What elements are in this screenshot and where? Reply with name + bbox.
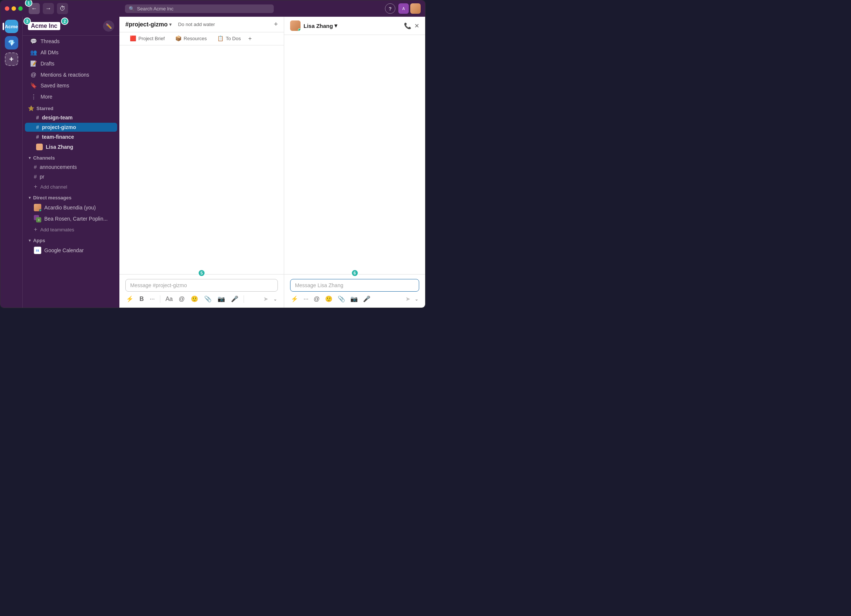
bold-button[interactable]: B: [139, 295, 145, 303]
minimize-button[interactable]: [12, 6, 16, 11]
hash-icon-5: #: [34, 174, 37, 180]
call-button[interactable]: 📞: [404, 22, 411, 29]
channel-description: Do not add water: [178, 22, 215, 27]
sidebar: 3 Acme Inc 2 ✏️ 💬 Threads 👥 All DMs 📝 Dr…: [23, 17, 119, 308]
workspace-icons: Acme 💎 +: [0, 17, 23, 308]
acardio-avatar: [34, 204, 41, 211]
apps-section-header[interactable]: ▼ Apps: [23, 235, 119, 245]
channel-announcements[interactable]: # announcements: [25, 162, 117, 171]
lisa-presence-dot: [298, 28, 301, 31]
add-tab-button[interactable]: +: [274, 21, 278, 28]
lisa-zhang-name: Lisa Zhang: [304, 23, 333, 29]
video-button[interactable]: 📷: [217, 294, 226, 303]
channel-name: design-team: [42, 114, 72, 120]
starred-section-header: ⭐ Starred: [23, 102, 119, 113]
sidebar-item-drafts[interactable]: 📝 Drafts: [25, 59, 117, 69]
channel-header: #project-gizmo ▾ Do not add water +: [119, 17, 284, 32]
help-button[interactable]: ?: [385, 3, 395, 14]
history-button[interactable]: ⏱: [57, 3, 68, 14]
lightning-button[interactable]: ⚡: [125, 294, 134, 303]
add-tab-plus-button[interactable]: +: [248, 35, 251, 42]
dm-video-button[interactable]: 📷: [350, 294, 359, 303]
sidebar-item-saved[interactable]: 🔖 Saved items: [25, 80, 117, 91]
add-channel-label: Add channel: [40, 184, 67, 190]
channel-title[interactable]: #project-gizmo ▾: [125, 21, 171, 28]
tab-project-brief[interactable]: 🟥 Project Brief: [125, 32, 169, 45]
forward-button[interactable]: →: [43, 3, 54, 14]
channels-collapse-btn[interactable]: ▼: [28, 156, 32, 160]
expand-button[interactable]: ⌄: [273, 296, 278, 302]
close-button[interactable]: [5, 6, 9, 11]
saved-icon: 🔖: [30, 82, 37, 89]
dm-lightning-button[interactable]: ⚡: [290, 294, 299, 303]
mention-button[interactable]: @: [178, 295, 185, 303]
step5-badge: 5: [198, 269, 205, 277]
search-bar[interactable]: 🔍 Search Acme Inc: [125, 5, 274, 13]
add-workspace-button[interactable]: +: [5, 53, 18, 66]
sidebar-item-mentions[interactable]: @ Mentions & reactions: [25, 69, 117, 80]
todos-icon: 📋: [217, 35, 224, 41]
compose-button[interactable]: ✏️: [103, 21, 114, 32]
maximize-button[interactable]: [18, 6, 23, 11]
dm-message-input[interactable]: Message Lisa Zhang: [290, 279, 419, 291]
dm-bea-carter[interactable]: 3 Bea Rosen, Carter Poplin...: [25, 213, 117, 224]
starred-design-team[interactable]: # design-team: [25, 113, 117, 122]
workspace-name[interactable]: Acme Inc: [28, 22, 60, 30]
user-avatar-2[interactable]: [410, 3, 421, 14]
dm-expand-button[interactable]: ⌄: [414, 296, 419, 302]
sidebar-item-more[interactable]: ⋮ More: [25, 92, 117, 102]
dm-emoji-button[interactable]: 🙂: [324, 294, 333, 303]
search-placeholder: Search Acme Inc: [137, 6, 173, 12]
google-calendar-label: Google Calendar: [44, 247, 84, 253]
mic-button[interactable]: 🎤: [230, 294, 239, 303]
tab-resources-label: Resources: [184, 36, 207, 41]
carter-avatar: 3: [36, 217, 41, 222]
starred-lisa-zhang[interactable]: Lisa Zhang: [25, 142, 117, 152]
workspace-acme[interactable]: Acme: [5, 20, 18, 33]
channel-message-input-area: 5 Message #project-gizmo ⚡ B ··· Aa @ 🙂 …: [119, 274, 284, 308]
dm-message-area: [284, 35, 425, 274]
channel-message-input[interactable]: Message #project-gizmo: [125, 279, 278, 291]
tab-resources[interactable]: 📦 Resources: [171, 32, 211, 45]
threads-label: Threads: [41, 38, 60, 44]
send-button[interactable]: ➤: [263, 295, 268, 302]
sidebar-header: 3 Acme Inc 2 ✏️: [23, 17, 119, 36]
dm-mention-button[interactable]: @: [313, 295, 320, 303]
star-icon: ⭐: [28, 105, 34, 111]
mentions-label: Mentions & reactions: [41, 72, 89, 78]
sidebar-item-all-dms[interactable]: 👥 All DMs: [25, 47, 117, 58]
apps-collapse-btn[interactable]: ▼: [28, 239, 32, 242]
drafts-icon: 📝: [30, 60, 37, 67]
app-google-calendar[interactable]: 31 Google Calendar: [25, 245, 117, 255]
starred-project-gizmo[interactable]: 4 # project-gizmo: [25, 123, 117, 132]
dm-header-actions: 📞 ✕: [404, 22, 419, 29]
dms-section-header[interactable]: ▼ Direct messages: [23, 192, 119, 202]
dm-user-name[interactable]: Lisa Zhang ▾: [304, 22, 337, 29]
hash-icon-2: #: [36, 124, 39, 130]
channel-dropdown-icon[interactable]: ▾: [169, 22, 171, 27]
add-teammates-icon: +: [34, 226, 37, 233]
user-avatar-1[interactable]: A: [398, 3, 409, 14]
dm-input-area: 6 Message Lisa Zhang ⚡ ··· @ 🙂 📎 📷 🎤 ➤ ⌄: [284, 274, 425, 308]
dm-attach-button[interactable]: 📎: [337, 294, 346, 303]
toolbar-divider-2: [244, 295, 244, 303]
dms-collapse-btn[interactable]: ▼: [28, 196, 32, 200]
dm-more-button[interactable]: ···: [303, 295, 309, 303]
emoji-button[interactable]: 🙂: [190, 294, 199, 303]
dm-send-button[interactable]: ➤: [405, 295, 410, 302]
close-dm-button[interactable]: ✕: [414, 22, 419, 29]
format-button[interactable]: Aa: [165, 295, 174, 303]
attach-button[interactable]: 📎: [203, 294, 212, 303]
add-teammates-button[interactable]: + Add teammates: [25, 225, 117, 234]
dm-acardio[interactable]: Acardio Buendia (you): [25, 202, 117, 213]
workspace-other[interactable]: 💎: [5, 36, 18, 50]
tab-todos[interactable]: 📋 To Dos: [213, 32, 245, 45]
dm-mic-button[interactable]: 🎤: [362, 294, 371, 303]
channel-pr[interactable]: # pr: [25, 172, 117, 181]
traffic-lights: [5, 6, 23, 11]
channels-section-header[interactable]: ▼ Channels: [23, 152, 119, 162]
add-channel-button[interactable]: + Add channel: [25, 182, 117, 192]
sidebar-item-threads[interactable]: 💬 Threads: [25, 36, 117, 47]
more-format-button[interactable]: ···: [149, 295, 155, 303]
starred-team-finance[interactable]: # team-finance: [25, 132, 117, 141]
